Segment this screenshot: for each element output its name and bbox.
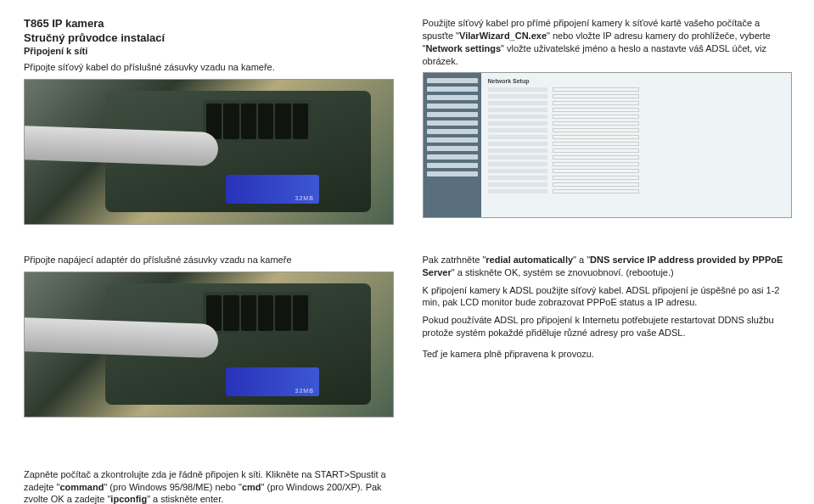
middle-right-col: Pak zatrhněte "redial automatically" a "… — [423, 254, 791, 417]
bold-run-cmd: cmd — [242, 482, 261, 492]
middle-row: Připojte napájecí adaptér do příslušné z… — [24, 254, 790, 417]
top-left-paragraph: Připojte síťový kabel do příslušné zásuv… — [24, 61, 392, 74]
text-run: " a " — [573, 255, 590, 265]
middle-right-p2: K připojení kamery k ADSL použijte síťov… — [423, 284, 791, 310]
bold-run-vilarwizard: VilarWizard_CN.exe — [459, 31, 547, 41]
middle-right-p4: Teď je kamera plně připravena k provozu. — [423, 348, 791, 361]
doc-title: T865 IP kamera — [24, 17, 392, 30]
camera-rear-image-2: 32MB — [24, 272, 394, 417]
text-run: " (pro Windows 95/98/ME) nebo " — [104, 482, 242, 492]
network-setup-title: Network Setup — [488, 78, 785, 84]
middle-left-paragraph: Připojte napájecí adaptér do příslušné z… — [24, 254, 392, 266]
top-right-paragraph: Použijte síťový kabel pro přímé připojen… — [423, 17, 791, 67]
doc-subtitle: Stručný průvodce instalací — [24, 31, 392, 44]
bottom-left-col: Zapněte počítač a zkontrolujte zda je řá… — [24, 468, 392, 504]
bold-run-network-settings: Network settings — [425, 43, 501, 53]
bold-run-command: command — [59, 482, 104, 492]
top-left-col: T865 IP kamera Stručný průvodce instalac… — [24, 17, 392, 225]
text-run: Pak zatrhněte " — [423, 255, 486, 265]
bottom-right-col — [423, 468, 791, 504]
camera-rear-image-1: 32MB — [24, 79, 394, 225]
bottom-row: Zapněte počítač a zkontrolujte zda je řá… — [24, 468, 790, 504]
bold-run-redial: redial automatically — [486, 255, 573, 265]
bottom-paragraph: Zapněte počítač a zkontrolujte zda je řá… — [24, 468, 392, 504]
network-setup-screenshot: Network Setup — [423, 72, 793, 218]
top-right-col: Použijte síťový kabel pro přímé připojen… — [423, 17, 791, 225]
middle-right-p1: Pak zatrhněte "redial automatically" a "… — [423, 254, 791, 279]
text-run: " a stiskněte OK, systém se znovuobnoví.… — [452, 267, 674, 277]
middle-right-p3: Pokud používáte ADSL pro připojení k Int… — [423, 314, 791, 339]
top-row: T865 IP kamera Stručný průvodce instalac… — [24, 17, 790, 225]
middle-left-col: Připojte napájecí adaptér do příslušné z… — [24, 254, 392, 417]
section-heading-connection: Připojení k síti — [24, 46, 392, 56]
text-run: " a stiskněte enter. — [147, 494, 223, 504]
bold-run-ipconfig: ipconfig — [110, 494, 147, 504]
